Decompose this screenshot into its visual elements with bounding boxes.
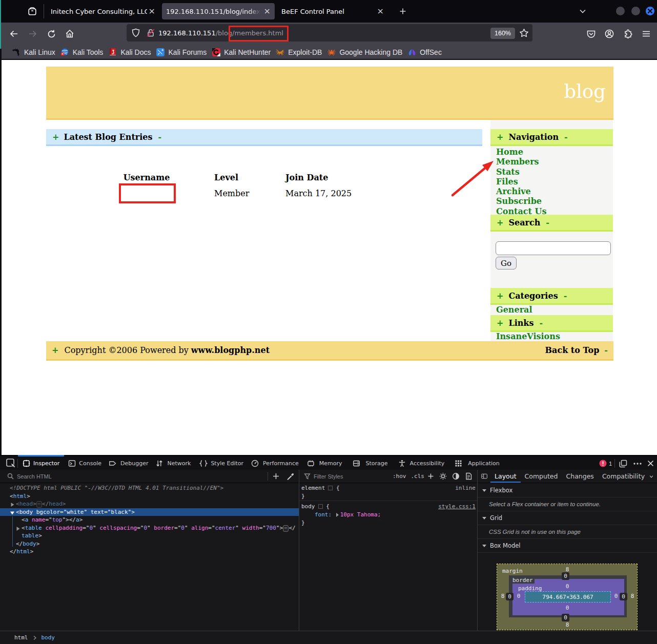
tab-close-icon[interactable]: ×	[149, 7, 155, 15]
collapse-plus-link[interactable]: +	[52, 345, 58, 355]
devtools-tab-memory[interactable]: Memory	[303, 456, 346, 471]
pseudo-class-button[interactable]: :hov	[393, 473, 406, 480]
border-right-value[interactable]: 0	[620, 593, 627, 600]
devtools-tab-storage[interactable]: Storage	[346, 456, 392, 471]
markup-node[interactable]: <html>	[0, 492, 299, 501]
eyedropper-button[interactable]	[286, 472, 295, 481]
extensions-button[interactable]	[620, 26, 636, 42]
devtools-tab-application[interactable]: Application	[448, 456, 503, 471]
sidebar-link-members[interactable]: Members	[496, 157, 613, 167]
tab-close-icon[interactable]: ×	[264, 7, 271, 15]
bookmark-kali-nethunter[interactable]: Kali NetHunter	[211, 48, 271, 57]
content-size[interactable]: 794.667×363.067	[542, 594, 593, 600]
tab-initech[interactable]: Initech Cyber Consulting, LLC ×	[44, 3, 159, 19]
menu-button[interactable]	[638, 26, 654, 42]
bookmark-google-hacking-db[interactable]: Google Hacking DB	[326, 48, 402, 56]
dock-options-button[interactable]	[619, 459, 628, 468]
markup-node-selected[interactable]: <body bgcolor="white" text="black">	[0, 508, 299, 516]
search-go-button[interactable]: Go	[496, 257, 517, 269]
inline-expander-badge[interactable]: ⋯	[283, 525, 289, 532]
dark-scheme-button[interactable]	[452, 472, 460, 480]
devtools-tab-debugger[interactable]: Debugger	[106, 456, 152, 471]
collapse-plus-link[interactable]: +	[497, 218, 503, 227]
padding-right-value[interactable]: 0	[613, 593, 619, 599]
inline-expander-badge[interactable]: ⋯	[36, 501, 42, 508]
border-top-value[interactable]: 0	[562, 572, 569, 580]
all-tabs-chevron-icon[interactable]	[649, 473, 654, 480]
light-scheme-button[interactable]	[439, 472, 447, 480]
bookmark-star-icon[interactable]	[519, 28, 529, 38]
padding-top-value[interactable]: 0	[564, 583, 570, 590]
devtools-tab-style-editor[interactable]: Style Editor	[195, 456, 248, 471]
collapse-plus-link[interactable]: +	[497, 291, 503, 301]
list-all-tabs-button[interactable]	[575, 4, 590, 18]
sidebar-link-home[interactable]: Home	[496, 147, 613, 157]
devtools-tab-performance[interactable]: Performance	[248, 456, 303, 471]
window-minimize-button[interactable]	[616, 7, 625, 15]
collapse-minus-link[interactable]: -	[539, 318, 543, 328]
devtools-tab-accessibility[interactable]: Accessibility	[392, 456, 449, 471]
home-button[interactable]	[61, 26, 78, 42]
breadcrumb-item-html[interactable]: html	[14, 634, 28, 641]
markup-node[interactable]: <a name="top"></a>	[0, 516, 299, 524]
tab-beef-panel[interactable]: BeEF Control Panel ×	[277, 3, 388, 19]
shield-icon[interactable]	[131, 28, 140, 37]
tab-blog-index[interactable]: 192.168.110.151/blog/index.ph ×	[162, 3, 275, 19]
markup-view[interactable]: <!DOCTYPE html PUBLIC "-//W3C//DTD HTML …	[0, 484, 299, 631]
sidebar-tab-computed[interactable]: Computed	[521, 470, 562, 483]
sidebar-tab-changes[interactable]: Changes	[562, 470, 598, 483]
lock-insecure-icon[interactable]	[146, 28, 155, 37]
margin-right-value[interactable]: 8	[629, 593, 635, 599]
devtools-tab-inspector[interactable]: Inspector	[18, 456, 64, 471]
rules-view[interactable]: element { inline } body { style.css:1 fo…	[299, 484, 477, 631]
account-button[interactable]	[601, 26, 618, 42]
grid-section-header[interactable]: Grid	[478, 511, 657, 525]
margin-bottom-value[interactable]: 8	[564, 621, 570, 628]
bookmark-kali-linux[interactable]: Kali Linux	[11, 48, 55, 57]
zoom-level-badge[interactable]: 160%	[490, 28, 515, 39]
expander-icon[interactable]	[336, 513, 339, 517]
reload-button[interactable]	[43, 26, 59, 42]
firefox-view-button[interactable]	[24, 4, 40, 19]
devtools-tab-network[interactable]: Network	[152, 456, 195, 471]
bookmark-exploit-db[interactable]: Exploit-DB	[275, 48, 322, 56]
markup-node[interactable]: <head>⋯</head>	[0, 500, 299, 508]
sidebar-tab-layout[interactable]: Layout	[490, 470, 521, 483]
devtools-close-button[interactable]	[646, 459, 655, 468]
sidebar-link-subscribe[interactable]: Subscribe	[496, 196, 613, 206]
meatball-menu-button[interactable]	[633, 461, 642, 467]
search-input[interactable]	[496, 241, 611, 255]
markup-node[interactable]: </body>	[0, 540, 299, 548]
bookmark-kali-docs[interactable]: Kali Docs	[108, 48, 151, 56]
bookmark-offsec[interactable]: OffSec	[407, 48, 442, 56]
collapse-minus-link[interactable]: -	[158, 132, 162, 142]
twisty-right-icon[interactable]	[15, 526, 20, 531]
sidebar-link-stats[interactable]: Stats	[496, 167, 613, 177]
collapse-minus-link[interactable]: -	[546, 218, 549, 227]
window-close-button[interactable]	[646, 7, 654, 15]
collapse-minus-link[interactable]: -	[564, 291, 567, 301]
pocket-button[interactable]	[583, 26, 599, 42]
add-node-button[interactable]	[272, 472, 280, 480]
window-maximize-button[interactable]	[631, 7, 640, 15]
collapse-plus-link[interactable]: +	[52, 132, 59, 142]
back-to-top-link[interactable]: Back to Top	[545, 345, 600, 355]
url-bar[interactable]: 192.168.110.151/blog/members.html 160%	[127, 24, 532, 41]
border-left-value[interactable]: 0	[506, 593, 514, 600]
class-toggle-button[interactable]: .cls	[411, 473, 425, 480]
devtools-tab-console[interactable]: Console	[64, 456, 106, 471]
padding-bottom-value[interactable]: 0	[564, 605, 570, 611]
sidebar-link-files[interactable]: Files	[496, 177, 613, 186]
tab-close-icon[interactable]: ×	[377, 7, 384, 15]
collapse-minus-link[interactable]: -	[564, 132, 568, 142]
sidebar-link-general[interactable]: General	[496, 305, 613, 315]
bookmark-kali-tools[interactable]: Kali Tools	[60, 48, 104, 57]
twisty-down-icon[interactable]	[10, 510, 15, 515]
markup-node[interactable]: <!DOCTYPE html PUBLIC "-//W3C//DTD HTML …	[0, 484, 299, 492]
collapse-minus-link[interactable]: -	[604, 345, 608, 355]
bookmark-kali-forums[interactable]: Kali Forums	[156, 48, 207, 57]
markup-node[interactable]: table>	[0, 532, 299, 540]
boxmodel-section-header[interactable]: Box Model	[478, 539, 657, 553]
breadcrumb-item-body[interactable]: body	[42, 634, 55, 641]
css-declaration[interactable]: font: 10px Tahoma;	[315, 511, 381, 519]
